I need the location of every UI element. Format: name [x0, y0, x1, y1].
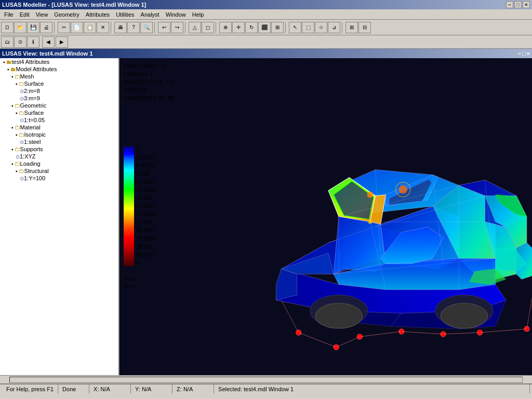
loading-item-icon: ⊙: [20, 176, 24, 181]
expand-icon-2: ▪: [7, 66, 9, 72]
main-toolbar: 🗋 📂 💾 🖨 ✂ 📄 📋 ✕ 🖶 ? 🔍 ↩ ↪ △ ◻ ⊕ ✛ ↻ ⬛ ⊞ …: [0, 20, 532, 35]
select-button[interactable]: ↖: [289, 22, 301, 33]
rotate-button[interactable]: ↻: [245, 22, 258, 33]
tree-geometric-label: Geometric: [20, 102, 47, 109]
redo-button[interactable]: ↪: [171, 22, 183, 33]
tree-steel[interactable]: ⊙ 1:steel: [0, 138, 118, 145]
svg-line-47: [336, 337, 360, 347]
new-button[interactable]: 🗋: [1, 22, 14, 33]
tool2-button[interactable]: ◻: [202, 22, 214, 33]
tree-y100[interactable]: ⊙ 1:Y=100: [0, 175, 118, 182]
tree-structural[interactable]: ▪ 🗀 Structural: [0, 167, 118, 175]
tree-xyz-label: 1:XYZ: [20, 153, 36, 159]
open-button[interactable]: 📂: [14, 22, 26, 33]
print-preview-button[interactable]: 🖨: [40, 22, 52, 33]
expand-icon-9: ▪: [11, 147, 14, 152]
cut-button[interactable]: ✂: [58, 22, 70, 33]
menu-file[interactable]: File: [1, 10, 17, 19]
tree-isotropic[interactable]: ▪ 🗀 Isotropic: [0, 131, 118, 138]
structural-folder-icon: 🗀: [19, 168, 24, 174]
toolbar-separator-7: [342, 22, 344, 33]
delete-button[interactable]: ✕: [97, 22, 109, 33]
tree-supports-label: Supports: [20, 146, 43, 152]
tool1-button[interactable]: △: [189, 22, 201, 33]
props-button[interactable]: ⊙: [14, 36, 26, 48]
menu-help[interactable]: Help: [189, 10, 207, 19]
inner-maximize-button[interactable]: □: [522, 50, 526, 57]
minimize-button[interactable]: −: [506, 1, 513, 8]
help-text-section: For Help, press F1: [2, 384, 58, 394]
expand-icon-10: ▪: [11, 161, 14, 167]
save-button[interactable]: 💾: [27, 22, 39, 33]
mesh-button[interactable]: ⊞: [345, 22, 358, 33]
svg-point-57: [368, 220, 372, 224]
fit-button[interactable]: ⬛: [258, 22, 271, 33]
select2-button[interactable]: ⬚: [302, 22, 314, 33]
undo-button[interactable]: ↩: [158, 22, 170, 33]
tree-loading[interactable]: ▪ 🗀 Loading: [0, 160, 118, 167]
copy-button[interactable]: 📄: [71, 22, 83, 33]
mesh2-button[interactable]: ⊟: [358, 22, 371, 33]
expand-icon-6: ▪: [16, 110, 18, 116]
svg-point-25: [441, 303, 487, 328]
tree-geometric-1t[interactable]: ⊙ 1:t=0.05: [0, 116, 118, 124]
tree-button[interactable]: 🗂: [1, 36, 14, 48]
horizontal-scrollbar[interactable]: [9, 377, 523, 383]
main-content: ▪ 🖿 test4 Attributes ▪ 🖿 Model Attribute…: [0, 58, 532, 375]
legend-val-12: 38.792: [136, 244, 155, 250]
z-coord: Z: N/A: [177, 386, 193, 392]
expand-icon: ▪: [3, 59, 5, 65]
tree-model-attributes[interactable]: ▪ 🖿 Model Attributes: [0, 65, 118, 73]
print-button[interactable]: 🖶: [114, 22, 127, 33]
inner-close-button[interactable]: ×: [527, 50, 530, 57]
tree-root[interactable]: ▪ 🖿 test4 Attributes: [0, 58, 118, 65]
info-button[interactable]: ℹ: [27, 36, 39, 48]
legend-val-1: 3.23267: [136, 155, 155, 161]
tree-geometric[interactable]: ▪ 🗀 Geometric: [0, 102, 118, 109]
pan-button[interactable]: ✛: [232, 22, 245, 33]
menu-utilities[interactable]: Utilities: [113, 10, 137, 19]
menu-analyst[interactable]: Analyst: [138, 10, 163, 19]
viewport-canvas[interactable]: LOAD CASE = 1 Loadcase 1 RESULTS FILE = …: [119, 58, 532, 375]
window-controls[interactable]: − □ ×: [506, 1, 530, 8]
measure-button[interactable]: ⊿: [328, 22, 340, 33]
tree-mesh-2m8[interactable]: ⊙ 2:m=8: [0, 87, 118, 95]
tree-model-label: Model Attributes: [16, 66, 57, 72]
legend-val-2: 6.46533: [136, 163, 155, 168]
expand-icon-3: ▪: [11, 74, 14, 79]
mesh-surface-folder-icon: 🗀: [19, 81, 24, 87]
y-coord: Y: N/A: [135, 386, 151, 392]
menu-attributes[interactable]: Attributes: [83, 10, 113, 19]
close-button[interactable]: ×: [523, 1, 530, 8]
tree-mesh-surface[interactable]: ▪ 🗀 Surface: [0, 80, 118, 87]
selected-text: Selected: test4.mdl Window 1: [218, 386, 294, 392]
tree-steel-label: 1:steel: [24, 139, 41, 145]
tree-mesh[interactable]: ▪ 🗀 Mesh: [0, 73, 118, 80]
inner-minimize-button[interactable]: −: [517, 50, 521, 57]
menu-view[interactable]: View: [33, 10, 51, 19]
svg-marker-14: [276, 269, 297, 300]
nav-right-button[interactable]: ▶: [56, 36, 68, 48]
maximize-button[interactable]: □: [514, 1, 522, 8]
legend-val-4: 12.9307: [136, 179, 155, 185]
help-button[interactable]: ?: [127, 22, 140, 33]
tree-supports[interactable]: ▪ 🗀 Supports: [0, 145, 118, 153]
cursor-button[interactable]: ⊹: [315, 22, 327, 33]
menu-edit[interactable]: Edit: [17, 10, 33, 19]
menu-geometry[interactable]: Geometry: [51, 10, 82, 19]
paste-button[interactable]: 📋: [84, 22, 96, 33]
tree-geometric-surface[interactable]: ▪ 🗀 Surface: [0, 109, 118, 116]
scrollbar-area[interactable]: [0, 375, 532, 383]
tree-material[interactable]: ▪ 🗀 Material: [0, 124, 118, 131]
tree-xyz[interactable]: ⊙ 1:XYZ: [0, 153, 118, 160]
menu-window[interactable]: Window: [163, 10, 189, 19]
tree-mesh-2m8-label: 2:m=8: [24, 88, 40, 94]
search-button[interactable]: 🔍: [140, 22, 153, 33]
view-button[interactable]: ⊞: [271, 22, 284, 33]
x-coord: X: N/A: [94, 386, 110, 392]
tree-mesh-3m9[interactable]: ⊙ 3:m=9: [0, 95, 118, 102]
load-case-label: LOAD CASE = 1: [124, 62, 175, 70]
tree-mesh-3m9-label: 3:m=9: [24, 95, 40, 101]
nav-left-button[interactable]: ◀: [42, 36, 55, 48]
zoom-button[interactable]: ⊕: [219, 22, 232, 33]
